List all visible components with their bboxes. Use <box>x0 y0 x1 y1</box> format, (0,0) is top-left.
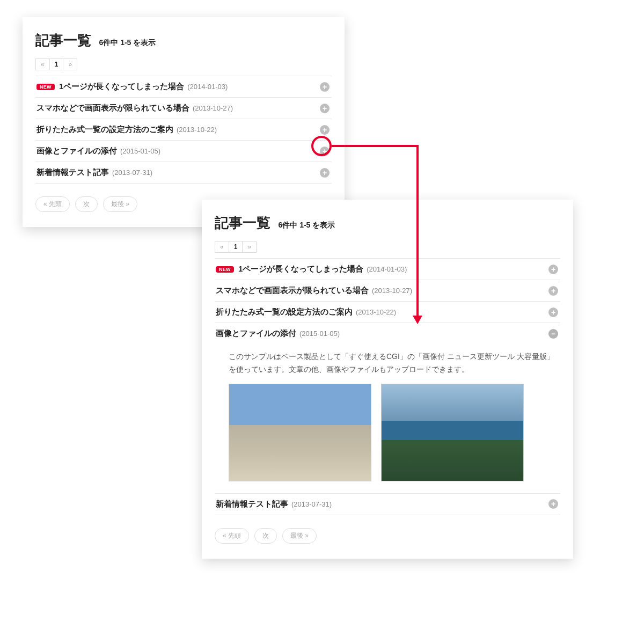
item-title: 新着情報テスト記事 <box>36 167 109 178</box>
list-item[interactable]: 画像とファイルの添付 (2015-01-05) + <box>35 141 332 162</box>
item-title: 新着情報テスト記事 <box>216 499 288 509</box>
paginator-current[interactable]: 1 <box>50 58 64 70</box>
page-count-label: 6件中 1-5 を表示 <box>278 221 335 229</box>
item-date: (2013-10-22) <box>177 126 217 134</box>
list-item[interactable]: スマホなどで画面表示が限られている場合 (2013-10-27) + <box>35 98 332 119</box>
list-item[interactable]: NEW 1ページが長くなってしまった場合 (2014-01-03) + <box>215 259 560 280</box>
item-title: 1ページが長くなってしまった場合 <box>238 264 363 274</box>
attachment-images <box>229 384 560 481</box>
item-title: 画像とファイルの添付 <box>216 328 296 339</box>
list-item[interactable]: スマホなどで画面表示が限られている場合 (2013-10-27) + <box>215 280 560 302</box>
item-date: (2014-01-03) <box>187 83 228 91</box>
panel-header: 記事一覧 6件中 1-5 を表示 <box>35 31 332 50</box>
last-page-button[interactable]: 最後 » <box>282 528 317 544</box>
expand-icon[interactable]: + <box>548 286 558 296</box>
item-date: (2015-01-05) <box>120 147 160 155</box>
item-title: 折りたたみ式一覧の設定方法のご案内 <box>36 125 173 135</box>
item-title: 折りたたみ式一覧の設定方法のご案内 <box>216 307 353 317</box>
item-date: (2013-10-27) <box>372 287 412 295</box>
page-count-label: 6件中 1-5 を表示 <box>99 38 156 47</box>
expand-icon[interactable]: + <box>320 125 330 135</box>
item-date: (2014-01-03) <box>367 265 407 273</box>
article-list: NEW 1ページが長くなってしまった場合 (2014-01-03) + スマホな… <box>35 76 332 184</box>
paginator-bottom: « 先頭 次 最後 » <box>215 528 560 544</box>
page-title: 記事一覧 <box>35 32 91 48</box>
collapse-icon[interactable]: − <box>548 329 558 339</box>
item-date: (2013-10-27) <box>193 104 233 112</box>
item-date: (2013-07-31) <box>112 169 152 177</box>
paginator-next[interactable]: » <box>63 58 77 70</box>
list-item[interactable]: 新着情報テスト記事 (2013-07-31) + <box>35 162 332 184</box>
item-title: 1ページが長くなってしまった場合 <box>59 82 184 92</box>
next-page-button[interactable]: 次 <box>254 528 277 544</box>
expand-icon[interactable]: + <box>548 308 558 317</box>
expand-icon[interactable]: + <box>548 499 558 509</box>
new-badge: NEW <box>36 84 55 90</box>
expanded-body-text: このサンプルはベース製品として「すぐ使えるCGI」の「画像付 ニュース更新ツール… <box>229 350 560 376</box>
expand-icon[interactable]: + <box>320 168 330 178</box>
article-list: NEW 1ページが長くなってしまった場合 (2014-01-03) + スマホな… <box>215 258 560 515</box>
first-page-button[interactable]: « 先頭 <box>215 528 249 544</box>
annotation-arrow-segment <box>416 145 419 317</box>
paginator-current[interactable]: 1 <box>229 241 243 253</box>
first-page-button[interactable]: « 先頭 <box>35 196 70 212</box>
attachment-image-2[interactable] <box>381 384 524 481</box>
list-item-expanded[interactable]: 画像とファイルの添付 (2015-01-05) − <box>215 323 560 344</box>
panel-header: 記事一覧 6件中 1-5 を表示 <box>215 214 560 232</box>
expand-icon[interactable]: + <box>320 82 330 92</box>
attachment-image-1[interactable] <box>229 384 371 481</box>
annotation-arrow-segment <box>332 145 419 147</box>
next-page-button[interactable]: 次 <box>75 196 98 212</box>
list-item[interactable]: 折りたたみ式一覧の設定方法のご案内 (2013-10-22) + <box>215 302 560 323</box>
item-title: スマホなどで画面表示が限られている場合 <box>36 103 189 113</box>
item-title: スマホなどで画面表示が限られている場合 <box>216 286 369 296</box>
item-date: (2013-07-31) <box>291 500 332 508</box>
expand-icon[interactable]: + <box>548 265 558 274</box>
paginator-prev[interactable]: « <box>215 241 229 253</box>
list-item[interactable]: 新着情報テスト記事 (2013-07-31) + <box>215 494 560 515</box>
item-date: (2013-10-22) <box>356 308 396 316</box>
paginator-next[interactable]: » <box>243 241 257 253</box>
annotation-arrowhead-icon <box>413 316 422 324</box>
expanded-content: このサンプルはベース製品として「すぐ使えるCGI」の「画像付 ニュース更新ツール… <box>215 344 560 494</box>
item-date: (2015-01-05) <box>299 330 340 338</box>
article-list-panel-collapsed: 記事一覧 6件中 1-5 を表示 « 1 » NEW 1ページが長くなってしまっ… <box>23 17 345 227</box>
annotation-circle <box>311 136 332 156</box>
last-page-button[interactable]: 最後 » <box>103 196 137 212</box>
paginator-prev[interactable]: « <box>35 58 50 70</box>
expand-icon[interactable]: + <box>320 104 330 113</box>
page-title: 記事一覧 <box>215 215 270 231</box>
paginator-top: « 1 » <box>35 58 77 70</box>
new-badge: NEW <box>216 266 234 273</box>
article-list-panel-expanded: 記事一覧 6件中 1-5 を表示 « 1 » NEW 1ページが長くなってしまっ… <box>202 200 573 559</box>
item-title: 画像とファイルの添付 <box>36 146 117 156</box>
paginator-top: « 1 » <box>215 241 257 253</box>
list-item[interactable]: 折りたたみ式一覧の設定方法のご案内 (2013-10-22) + <box>35 119 332 141</box>
list-item[interactable]: NEW 1ページが長くなってしまった場合 (2014-01-03) + <box>35 76 332 98</box>
